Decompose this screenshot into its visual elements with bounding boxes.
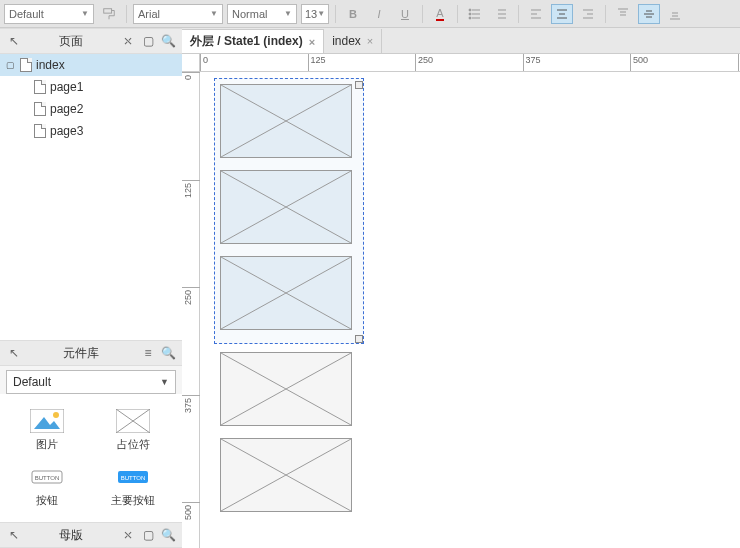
tree-item-label: page2 (50, 102, 83, 116)
align-right-button[interactable] (577, 4, 599, 24)
pages-tree: ▢ index page1 page2 page3 (0, 54, 182, 142)
search-icon[interactable]: 🔍 (160, 345, 176, 361)
svg-point-6 (469, 17, 471, 19)
add-master-icon[interactable]: ⤬ (120, 527, 136, 543)
chevron-down-icon: ▼ (81, 9, 89, 18)
font-selector[interactable]: Arial▼ (133, 4, 223, 24)
search-icon[interactable]: 🔍 (160, 527, 176, 543)
ruler-vertical: 0125250375500 (182, 72, 200, 548)
tree-item-page2[interactable]: page2 (0, 98, 182, 120)
placeholder-widget[interactable] (220, 256, 352, 330)
add-folder-icon[interactable]: ▢ (140, 33, 156, 49)
button-primary-icon: BUTTON (116, 465, 150, 489)
svg-rect-0 (104, 8, 112, 12)
collapse-icon[interactable]: ↖ (6, 527, 22, 543)
pages-panel-title: 页面 (26, 33, 116, 50)
placeholder-widget[interactable] (220, 84, 352, 158)
italic-button[interactable]: I (368, 4, 390, 24)
ruler-horizontal: 0125250375500625 (182, 54, 740, 72)
menu-icon[interactable]: ≡ (140, 345, 156, 361)
components-panel-header: ↖ 元件库 ≡ 🔍 (0, 340, 182, 366)
underline-button[interactable]: U (394, 4, 416, 24)
valign-middle-button[interactable] (638, 4, 660, 24)
canvas-tabs: 外层 / State1 (index) × index × (182, 28, 740, 54)
placeholder-widget[interactable] (220, 438, 352, 512)
component-label: 按钮 (36, 493, 58, 508)
close-icon[interactable]: × (309, 36, 315, 48)
collapse-icon[interactable]: ↖ (6, 33, 22, 49)
tab-state1[interactable]: 外层 / State1 (index) × (182, 29, 324, 53)
left-sidebar: ↖ 页面 ⤬ ▢ 🔍 ▢ index page1 page2 page3 (0, 28, 182, 548)
components-grid: 图片 占位符 BUTTON 按钮 BUTTON 主要按钮 (0, 394, 182, 522)
tree-item-page1[interactable]: page1 (0, 76, 182, 98)
chevron-down-icon: ▼ (317, 9, 325, 18)
tree-toggle-icon[interactable]: ▢ (6, 60, 16, 70)
canvas[interactable] (200, 72, 740, 548)
weight-selector[interactable]: Normal▼ (227, 4, 297, 24)
collapse-icon[interactable]: ↖ (6, 345, 22, 361)
tree-item-page3[interactable]: page3 (0, 120, 182, 142)
tree-item-index[interactable]: ▢ index (0, 54, 182, 76)
tree-item-label: page1 (50, 80, 83, 94)
svg-text:BUTTON: BUTTON (121, 475, 146, 481)
svg-point-5 (469, 13, 471, 15)
component-label: 图片 (36, 437, 58, 452)
valign-top-button[interactable] (612, 4, 634, 24)
resize-handle[interactable] (355, 335, 363, 343)
component-placeholder[interactable]: 占位符 (90, 402, 176, 458)
placeholder-widget[interactable] (220, 352, 352, 426)
chevron-down-icon: ▼ (284, 9, 292, 18)
component-button[interactable]: BUTTON 按钮 (4, 458, 90, 514)
top-toolbar: Default▼ Arial▼ Normal▼ 13▼ B I U A (0, 0, 740, 28)
list-ul-icon[interactable] (464, 4, 486, 24)
svg-text:BUTTON: BUTTON (35, 475, 60, 481)
document-icon (34, 102, 46, 116)
masters-panel-title: 母版 (26, 527, 116, 544)
pages-panel-header: ↖ 页面 ⤬ ▢ 🔍 (0, 28, 182, 54)
document-icon (34, 80, 46, 94)
component-label: 占位符 (117, 437, 150, 452)
paint-format-icon[interactable] (98, 4, 120, 24)
close-icon[interactable]: × (367, 35, 373, 47)
component-label: 主要按钮 (111, 493, 155, 508)
library-selector[interactable]: Default ▼ (6, 370, 176, 394)
resize-handle[interactable] (355, 81, 363, 89)
canvas-area: 外层 / State1 (index) × index × 0125250375… (182, 28, 740, 548)
component-image[interactable]: 图片 (4, 402, 90, 458)
list-ol-icon[interactable] (490, 4, 512, 24)
add-page-icon[interactable]: ⤬ (120, 33, 136, 49)
placeholder-widget[interactable] (220, 170, 352, 244)
search-icon[interactable]: 🔍 (160, 33, 176, 49)
document-icon (34, 124, 46, 138)
chevron-down-icon: ▼ (210, 9, 218, 18)
tree-item-label: page3 (50, 124, 83, 138)
style-selector[interactable]: Default▼ (4, 4, 94, 24)
placeholder-icon (116, 409, 150, 433)
svg-point-4 (469, 9, 471, 11)
image-icon (30, 409, 64, 433)
chevron-down-icon: ▼ (160, 377, 169, 387)
button-icon: BUTTON (30, 465, 64, 489)
valign-bottom-button[interactable] (664, 4, 686, 24)
svg-point-30 (53, 412, 59, 418)
component-button-primary[interactable]: BUTTON 主要按钮 (90, 458, 176, 514)
align-left-button[interactable] (525, 4, 547, 24)
document-icon (20, 58, 32, 72)
masters-panel-header: ↖ 母版 ⤬ ▢ 🔍 (0, 522, 182, 548)
size-selector[interactable]: 13▼ (301, 4, 329, 24)
bold-button[interactable]: B (342, 4, 364, 24)
add-folder-icon[interactable]: ▢ (140, 527, 156, 543)
tab-index[interactable]: index × (324, 29, 382, 53)
tab-label: 外层 / State1 (index) (190, 33, 303, 50)
tree-item-label: index (36, 58, 65, 72)
align-center-button[interactable] (551, 4, 573, 24)
tab-label: index (332, 34, 361, 48)
components-panel-title: 元件库 (26, 345, 136, 362)
text-color-button[interactable]: A (429, 4, 451, 24)
